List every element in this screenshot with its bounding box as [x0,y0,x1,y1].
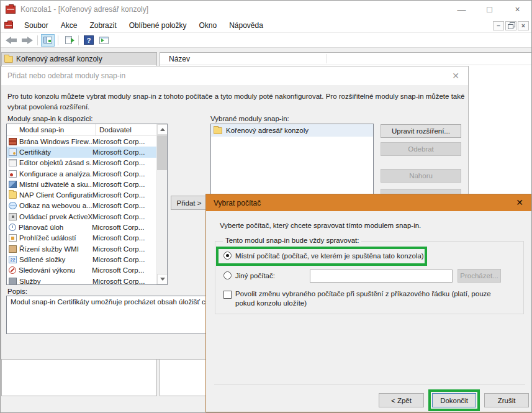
snapin-row[interactable]: Konfigurace a analýza... Microsoft Corp.… [7,168,167,179]
snapin-vendor: Microsoft Corp... [92,245,152,253]
snapin-row[interactable]: Místní uživatelé a sku... Microsoft Corp… [7,179,167,189]
snapin-vendor: Microsoft Corp... [92,266,151,274]
scrollbar-thumb[interactable] [157,135,168,170]
snapin-vendor: Microsoft Corp... [92,170,152,178]
move-up-button[interactable]: Nahoru [381,169,461,183]
snapin-name: Ovládací prvek ActiveX [19,213,92,220]
menu-item[interactable]: Oblíbené položky [123,21,193,30]
snapin-name: Řízení služby WMI [19,245,92,253]
column-header-vendor[interactable]: Dodavatel [95,124,132,135]
snapin-vendor: Microsoft Corp... [92,181,152,188]
allow-change-checkbox[interactable] [223,291,232,299]
close-icon[interactable]: ✕ [516,198,523,207]
column-header-snapin[interactable]: Modul snap-in [19,126,95,134]
menu-item[interactable]: Soubor [18,21,55,30]
snapin-row[interactable]: Řízení služby WMI Microsoft Corp... [7,243,167,254]
select-computer-dialog: Vybrat počítač ✕ Vyberte počítač, který … [205,194,532,412]
snapin-name: Sdílené složky [19,256,92,263]
add-button[interactable]: Přidat > [171,196,207,210]
mdi-window-controls: – × [493,21,529,30]
toolbar-separator [58,35,58,45]
dialog-title: Vybrat počítač [214,199,261,207]
snapin-row[interactable]: Odkaz na webovou a... Microsoft Corp... [7,201,167,211]
menu-item[interactable]: Zobrazit [83,21,122,30]
snapin-name: Prohlížeč událostí [19,234,92,242]
export-list-icon [65,36,72,44]
new-window-button[interactable] [97,34,110,47]
help-button[interactable]: ? [82,34,96,47]
column-header-name[interactable]: Název [169,55,190,63]
local-computer-label[interactable]: Místní počítač (počítač, ve kterém je sp… [235,252,424,260]
window-title: Konzola1 - [Kořenový adresář konzoly] [20,5,148,14]
menu-item[interactable]: Nápověda [223,21,269,30]
snapin-icon [9,170,17,178]
column-divider[interactable] [326,54,327,63]
snapin-row[interactable]: Editor objektů zásad s... Microsoft Corp… [7,158,167,168]
snapin-row[interactable]: Ovládací prvek ActiveX Microsoft Corp... [7,211,167,222]
snapin-row[interactable]: Sdílené složky Microsoft Corp... [7,254,167,265]
dialog-intro: Vyberte počítač, který chcete spravovat … [220,222,421,229]
snapin-icon [9,245,17,253]
scroll-up-icon[interactable] [157,124,168,135]
snapin-name: Sledování výkonu [19,266,92,274]
snapin-vendor: Microsoft Corp... [92,213,152,220]
snapin-row[interactable]: Certifikáty Microsoft Corp... [7,147,167,157]
selected-snapins-label: Vybrané moduly snap-in: [210,115,289,122]
snapin-vendor: Microsoft Corp... [92,191,152,199]
dialog-titlebar[interactable]: Přidat nebo odebrat moduly snap-in [1,66,468,85]
dialog-titlebar[interactable]: Vybrat počítač [206,194,532,211]
snapin-icon [9,234,17,242]
snapin-name: NAP Client Configuration [19,191,92,199]
snapin-row[interactable]: Brána Windows Firew... Microsoft Corp... [7,136,167,147]
forward-icon[interactable] [21,37,33,44]
snapin-row[interactable]: NAP Client Configuration Microsoft Corp.… [7,189,167,200]
other-computer-label[interactable]: Jiný počítač: [235,272,275,279]
cancel-button[interactable]: Zrušit [484,393,529,407]
snapin-name: Brána Windows Firew... [19,138,92,145]
minimize-button[interactable]: — [448,1,476,18]
snapin-icon [9,256,17,263]
mdi-close-button[interactable]: × [518,21,529,30]
snapin-vendor: Microsoft Corp... [92,256,152,263]
snapin-row[interactable]: Sledování výkonu Microsoft Corp... [7,265,167,276]
menu-item[interactable]: Akce [55,21,84,30]
tree-item-console-root[interactable]: Kořenový adresář konzoly [2,53,156,65]
console-tree-icon [43,37,52,43]
selected-snapin-row[interactable]: Kořenový adresář konzoly [211,124,373,137]
snapin-vendor: Microsoft Corp... [92,234,152,242]
snapin-name: Konfigurace a analýza... [19,170,92,178]
close-button[interactable]: × [503,1,531,18]
scroll-down-icon[interactable] [157,274,168,284]
back-button[interactable]: < Zpět [379,393,424,407]
export-list-button[interactable] [61,34,75,47]
snapin-row[interactable]: Prohlížeč událostí Microsoft Corp... [7,233,167,243]
snapin-row[interactable]: Služby Microsoft Corp... [7,276,167,285]
other-computer-input[interactable] [310,270,453,283]
mdi-minimize-button[interactable]: – [493,21,504,30]
remove-button[interactable]: Odebrat [381,142,461,156]
snapin-icon [9,148,17,156]
snapin-name: Certifikáty [19,148,92,156]
snapin-vendor: Microsoft Corp... [92,148,152,156]
other-computer-radio[interactable] [223,271,232,279]
maximize-button[interactable]: □ [476,1,503,18]
list-scrollbar[interactable] [156,124,167,284]
mdi-restore-button[interactable] [505,21,516,30]
local-computer-radio[interactable] [223,252,232,260]
finish-button[interactable]: Dokončit [432,393,476,407]
snapin-icon [9,159,17,166]
snapin-name: Plánovač úloh [19,224,92,231]
snapin-row[interactable]: Plánovač úloh Microsoft Corp... [7,222,167,232]
back-icon[interactable] [6,37,17,44]
snapin-vendor: Microsoft Corp... [92,138,152,145]
restore-icon [508,24,513,28]
edit-extensions-button[interactable]: Upravit rozšíření... [381,124,461,138]
allow-change-label[interactable]: Povolit změnu vybraného počítače při spu… [235,289,503,308]
browse-button[interactable]: Procházet... [458,269,501,283]
snapin-name: Služby [19,278,92,285]
close-icon[interactable]: ✕ [452,71,459,80]
menu-item[interactable]: Okno [192,21,223,30]
available-snapins-list: Modul snap-in Dodavatel Brána Windows Fi… [6,124,168,285]
selected-snapin-label: Kořenový adresář konzoly [226,127,309,134]
show-console-tree-button[interactable] [41,34,55,47]
